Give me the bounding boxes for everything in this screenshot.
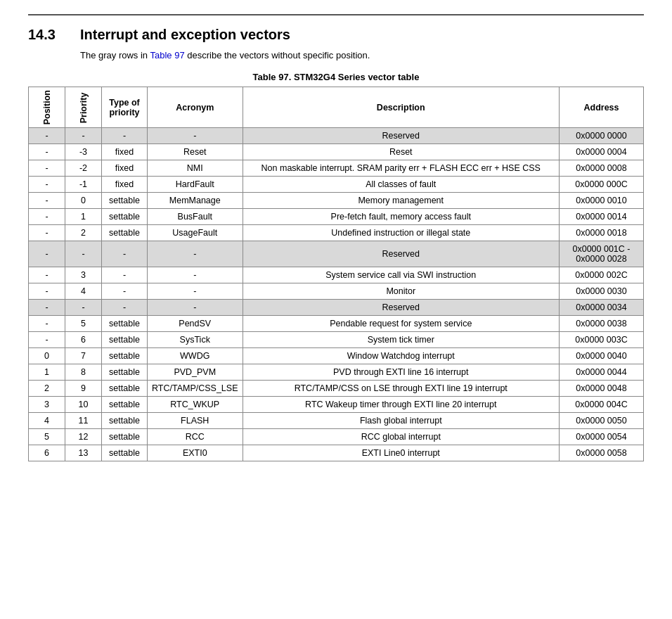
table-cell-15-4: RTC/TAMP/CSS on LSE through EXTI line 19… <box>243 381 560 397</box>
table-row: -2settableUsageFaultUndefined instructio… <box>29 225 644 241</box>
table-cell-12-2: settable <box>102 332 148 348</box>
table-cell-7-4: Reserved <box>243 241 560 267</box>
table-cell-16-5: 0x0000 004C <box>560 397 644 413</box>
table-cell-11-1: 5 <box>65 316 102 332</box>
table-cell-12-3: SysTick <box>148 332 243 348</box>
table-cell-11-0: - <box>29 316 65 332</box>
table-row: -5settablePendSVPendable request for sys… <box>29 316 644 332</box>
th-type: Type ofpriority <box>102 87 148 128</box>
table-cell-8-2: - <box>102 267 148 283</box>
table-cell-8-0: - <box>29 267 65 283</box>
table-link[interactable]: Table 97 <box>150 50 184 60</box>
table-cell-17-0: 4 <box>29 413 65 429</box>
table-cell-19-3: EXTI0 <box>148 445 243 461</box>
table-cell-8-4: System service call via SWI instruction <box>243 267 560 283</box>
table-cell-19-4: EXTI Line0 interrupt <box>243 445 560 461</box>
table-row: ----Reserved0x0000 001C -0x0000 0028 <box>29 241 644 267</box>
table-cell-14-1: 8 <box>65 364 102 381</box>
table-cell-17-2: settable <box>102 413 148 429</box>
table-row: -0settableMemManageMemory management0x00… <box>29 193 644 209</box>
table-cell-10-2: - <box>102 300 148 316</box>
table-row: --1fixedHardFaultAll classes of fault0x0… <box>29 177 644 193</box>
table-cell-2-0: - <box>29 160 65 177</box>
table-row: ----Reserved0x0000 0000 <box>29 128 644 144</box>
table-cell-6-0: - <box>29 225 65 241</box>
table-cell-1-3: Reset <box>148 144 243 160</box>
table-cell-1-2: fixed <box>102 144 148 160</box>
table-cell-19-5: 0x0000 0058 <box>560 445 644 461</box>
table-cell-5-3: BusFault <box>148 209 243 225</box>
table-cell-2-3: NMI <box>148 160 243 177</box>
table-cell-16-4: RTC Wakeup timer through EXTI line 20 in… <box>243 397 560 413</box>
table-cell-0-5: 0x0000 0000 <box>560 128 644 144</box>
table-cell-3-2: fixed <box>102 177 148 193</box>
table-cell-15-1: 9 <box>65 381 102 397</box>
table-cell-13-5: 0x0000 0040 <box>560 348 644 364</box>
table-row: 310settableRTC_WKUPRTC Wakeup timer thro… <box>29 397 644 413</box>
table-cell-6-3: UsageFault <box>148 225 243 241</box>
table-cell-16-0: 3 <box>29 397 65 413</box>
table-cell-3-5: 0x0000 000C <box>560 177 644 193</box>
table-cell-5-2: settable <box>102 209 148 225</box>
table-cell-3-0: - <box>29 177 65 193</box>
table-cell-3-1: -1 <box>65 177 102 193</box>
table-cell-4-1: 0 <box>65 193 102 209</box>
table-cell-5-5: 0x0000 0014 <box>560 209 644 225</box>
top-divider <box>28 14 644 15</box>
table-cell-19-1: 13 <box>65 445 102 461</box>
table-cell-0-3: - <box>148 128 243 144</box>
table-cell-7-2: - <box>102 241 148 267</box>
table-cell-11-4: Pendable request for system service <box>243 316 560 332</box>
table-cell-12-0: - <box>29 332 65 348</box>
th-address: Address <box>560 87 644 128</box>
table-row: -6settableSysTickSystem tick timer0x0000… <box>29 332 644 348</box>
table-cell-1-5: 0x0000 0004 <box>560 144 644 160</box>
table-cell-1-1: -3 <box>65 144 102 160</box>
table-cell-4-4: Memory management <box>243 193 560 209</box>
table-cell-2-2: fixed <box>102 160 148 177</box>
table-cell-7-3: - <box>148 241 243 267</box>
table-cell-4-3: MemManage <box>148 193 243 209</box>
table-cell-5-4: Pre-fetch fault, memory access fault <box>243 209 560 225</box>
table-cell-14-2: settable <box>102 364 148 381</box>
table-cell-9-1: 4 <box>65 283 102 300</box>
table-cell-9-3: - <box>148 283 243 300</box>
table-cell-7-5: 0x0000 001C -0x0000 0028 <box>560 241 644 267</box>
section-header: 14.3 Interrupt and exception vectors <box>28 27 644 43</box>
table-cell-9-5: 0x0000 0030 <box>560 283 644 300</box>
table-cell-16-1: 10 <box>65 397 102 413</box>
table-cell-6-4: Undefined instruction or illegal state <box>243 225 560 241</box>
table-cell-19-0: 6 <box>29 445 65 461</box>
table-row: -4--Monitor0x0000 0030 <box>29 283 644 300</box>
table-row: 07settableWWDGWindow Watchdog interrupt0… <box>29 348 644 364</box>
th-acronym: Acronym <box>148 87 243 128</box>
table-cell-18-2: settable <box>102 429 148 445</box>
table-cell-15-2: settable <box>102 381 148 397</box>
table-row: ----Reserved0x0000 0034 <box>29 300 644 316</box>
table-cell-19-2: settable <box>102 445 148 461</box>
table-cell-4-2: settable <box>102 193 148 209</box>
table-cell-1-0: - <box>29 144 65 160</box>
table-cell-3-4: All classes of fault <box>243 177 560 193</box>
table-cell-2-4: Non maskable interrupt. SRAM parity err … <box>243 160 560 177</box>
table-cell-18-5: 0x0000 0054 <box>560 429 644 445</box>
table-cell-17-5: 0x0000 0050 <box>560 413 644 429</box>
table-cell-9-4: Monitor <box>243 283 560 300</box>
table-cell-10-1: - <box>65 300 102 316</box>
table-cell-10-0: - <box>29 300 65 316</box>
intro-paragraph: The gray rows in Table 97 describe the v… <box>80 50 644 60</box>
table-cell-6-2: settable <box>102 225 148 241</box>
table-row: -1settableBusFaultPre-fetch fault, memor… <box>29 209 644 225</box>
table-cell-13-3: WWDG <box>148 348 243 364</box>
vector-table: Position Priority Type ofpriority Acrony… <box>28 87 644 461</box>
th-position: Position <box>29 87 65 128</box>
table-cell-5-1: 1 <box>65 209 102 225</box>
table-cell-7-1: - <box>65 241 102 267</box>
section-title: Interrupt and exception vectors <box>80 27 290 43</box>
table-cell-14-4: PVD through EXTI line 16 interrupt <box>243 364 560 381</box>
table-cell-10-3: - <box>148 300 243 316</box>
table-cell-11-5: 0x0000 0038 <box>560 316 644 332</box>
table-cell-13-2: settable <box>102 348 148 364</box>
table-header-row: Position Priority Type ofpriority Acrony… <box>29 87 644 128</box>
table-cell-4-0: - <box>29 193 65 209</box>
